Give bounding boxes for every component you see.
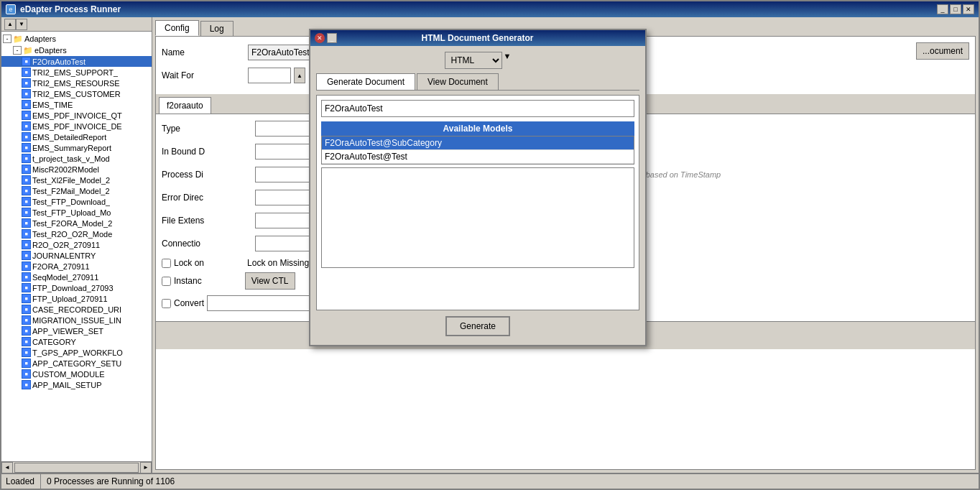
name-label: Name bbox=[162, 47, 248, 57]
close-button[interactable]: ✕ bbox=[963, 4, 974, 14]
sidebar-label-26: CATEGORY bbox=[32, 338, 76, 346]
inner-tab-f2oraauto[interactable]: f2oraauto bbox=[159, 97, 211, 114]
sidebar-label-28: APP_CATEGORY_SETU bbox=[32, 359, 121, 368]
convert-checkbox[interactable] bbox=[162, 299, 171, 308]
sidebar-label-3: TRI2_EMS_CUSTOMER bbox=[32, 90, 121, 98]
sidebar-label-17: R2O_O2R_270911 bbox=[32, 241, 100, 249]
sidebar-item-23[interactable]: ■ CASE_RECORDED_URI bbox=[1, 304, 152, 315]
sidebar-header: ▲ ▼ bbox=[1, 17, 152, 32]
sidebar-item-21[interactable]: ■ FTP_Download_27093 bbox=[1, 282, 152, 293]
file-ext-label: File Extens bbox=[162, 216, 255, 226]
sidebar-item-5[interactable]: ■ EMS_PDF_INVOICE_QT bbox=[1, 110, 152, 121]
lock-on-checkbox[interactable] bbox=[162, 259, 171, 268]
sidebar-label-7: EMS_DetailedReport bbox=[32, 133, 106, 142]
sidebar-item-15[interactable]: ■ Test_F2ORA_Model_2 bbox=[1, 218, 152, 228]
item-icon-27: ■ bbox=[22, 348, 31, 357]
item-icon-19: ■ bbox=[22, 262, 31, 271]
sidebar-item-2[interactable]: ■ TRI2_EMS_RESOURSE bbox=[1, 78, 152, 88]
sidebar-item-6[interactable]: ■ EMS_PDF_INVOICE_DE bbox=[1, 121, 152, 131]
expand-edapters[interactable]: - bbox=[13, 46, 22, 55]
sidebar-item-27[interactable]: ■ T_GPS_APP_WORKFLO bbox=[1, 347, 152, 358]
dialog-close-button[interactable]: ✕ bbox=[315, 33, 325, 43]
status-bar: Loaded 0 Processes are Running of 1106 bbox=[1, 473, 979, 489]
item-icon-11: ■ bbox=[22, 175, 31, 185]
sidebar-item-3[interactable]: ■ TRI2_EMS_CUSTOMER bbox=[1, 88, 152, 99]
sidebar-hscroll: ◄ ► bbox=[1, 461, 152, 473]
dialog-tab-generate[interactable]: Generate Document bbox=[316, 73, 415, 90]
document-textarea[interactable] bbox=[321, 167, 634, 268]
dropdown-arrow-icon: ▼ bbox=[504, 52, 512, 69]
hscroll-right[interactable]: ► bbox=[140, 462, 152, 473]
dialog-tab-view[interactable]: View Document bbox=[417, 73, 499, 90]
sidebar-item-29[interactable]: ■ CUSTOM_MODULE bbox=[1, 369, 152, 379]
instance-checkbox[interactable] bbox=[162, 277, 171, 286]
main-window: e eDapter Process Runner _ □ ✕ ▲ ▼ - 📁 bbox=[0, 0, 980, 490]
sidebar-item-19[interactable]: ■ F2ORA_270911 bbox=[1, 261, 152, 272]
hscroll-left[interactable]: ◄ bbox=[1, 462, 13, 473]
model-item-0[interactable]: F2OraAutoTest@SubCategory bbox=[322, 137, 634, 150]
sidebar-item-13[interactable]: ■ Test_FTP_Download_ bbox=[1, 196, 152, 207]
title-bar-buttons: _ □ ✕ bbox=[937, 4, 974, 14]
dialog-title-text: HTML Document Generator bbox=[422, 33, 534, 43]
tab-log[interactable]: Log bbox=[200, 21, 234, 36]
item-icon-30: ■ bbox=[22, 380, 31, 389]
sidebar-item-7[interactable]: ■ EMS_DetailedReport bbox=[1, 131, 152, 142]
status-message: 0 Processes are Running of 1106 bbox=[47, 476, 175, 486]
sidebar-item-14[interactable]: ■ Test_FTP_Upload_Mo bbox=[1, 207, 152, 218]
sidebar-item-17[interactable]: ■ R2O_O2R_270911 bbox=[1, 239, 152, 250]
format-dropdown[interactable]: HTML bbox=[445, 52, 502, 69]
model-item-1[interactable]: F2OraAutoTest@Test bbox=[322, 150, 634, 164]
sidebar-item-22[interactable]: ■ FTP_Upload_270911 bbox=[1, 293, 152, 304]
maximize-button[interactable]: □ bbox=[950, 4, 961, 14]
expand-adapters[interactable]: - bbox=[3, 34, 11, 43]
item-icon-25: ■ bbox=[22, 326, 31, 336]
status-text: Loaded bbox=[6, 476, 34, 486]
sidebar-item-4[interactable]: ■ EMS_TIME bbox=[1, 99, 152, 110]
sidebar-item-category[interactable]: ■ CATEGORY bbox=[1, 336, 152, 347]
sidebar-item-9[interactable]: ■ t_project_task_v_Mod bbox=[1, 153, 152, 164]
item-icon-17: ■ bbox=[22, 240, 31, 249]
error-dir-label: Error Direc bbox=[162, 193, 255, 203]
sidebar-item-F2OraAutoTest[interactable]: ■ F2OraAutoTest bbox=[1, 56, 152, 67]
dialog-title-btns: ✕ _ bbox=[315, 33, 337, 43]
tab-config[interactable]: Config bbox=[155, 20, 199, 36]
sidebar-item-20[interactable]: ■ SeqModel_270911 bbox=[1, 272, 152, 282]
process-dir-label: Process Di bbox=[162, 170, 255, 180]
wait-for-input[interactable] bbox=[248, 68, 291, 83]
adapters-folder-icon: 📁 bbox=[13, 34, 23, 44]
title-bar: e eDapter Process Runner _ □ ✕ bbox=[1, 1, 979, 17]
sidebar: ▲ ▼ - 📁 Adapters - 📁 eDapters bbox=[1, 17, 152, 473]
sidebar-scroll-up[interactable]: ▲ bbox=[4, 19, 16, 30]
spinner-up[interactable]: ▲ bbox=[294, 68, 305, 83]
sidebar-item-28[interactable]: ■ APP_CATEGORY_SETU bbox=[1, 358, 152, 369]
generate-button[interactable]: Generate bbox=[445, 316, 510, 336]
document-button[interactable]: ...ocument bbox=[916, 42, 969, 60]
sidebar-item-18[interactable]: ■ JOURNALENTRY bbox=[1, 250, 152, 261]
sidebar-item-30[interactable]: ■ APP_MAIL_SETUP bbox=[1, 379, 152, 390]
sidebar-label-13: Test_FTP_Download_ bbox=[32, 198, 110, 206]
item-icon-0: ■ bbox=[22, 57, 31, 66]
sidebar-item-11[interactable]: ■ Test_Xl2File_Model_2 bbox=[1, 175, 152, 185]
sidebar-item-8[interactable]: ■ EMS_SummaryReport bbox=[1, 142, 152, 153]
sidebar-item-10[interactable]: ■ MiscR2002RModel bbox=[1, 164, 152, 175]
sidebar-label-15: Test_F2ORA_Model_2 bbox=[32, 219, 112, 228]
sidebar-tree[interactable]: - 📁 Adapters - 📁 eDapters ■ F2OraAutoTes… bbox=[1, 32, 152, 461]
sidebar-label-29: CUSTOM_MODULE bbox=[32, 370, 105, 379]
sidebar-item-12[interactable]: ■ Test_F2Mail_Model_2 bbox=[1, 185, 152, 196]
sidebar-scroll-down[interactable]: ▼ bbox=[16, 19, 27, 30]
file-ext-input[interactable] bbox=[255, 213, 313, 228]
sidebar-item-16[interactable]: ■ Test_R2O_O2R_Mode bbox=[1, 228, 152, 239]
minimize-button[interactable]: _ bbox=[937, 4, 948, 14]
item-icon-1: ■ bbox=[22, 68, 31, 77]
sidebar-item-25[interactable]: ■ APP_VIEWER_SET bbox=[1, 325, 152, 336]
view-ctl-button[interactable]: View CTL bbox=[245, 272, 295, 290]
sidebar-label-24: MIGRATION_ISSUE_LIN bbox=[32, 316, 121, 325]
model-search-input[interactable] bbox=[321, 100, 634, 117]
sidebar-item-edapters[interactable]: - 📁 eDapters bbox=[1, 45, 152, 56]
sidebar-item-1[interactable]: ■ TRI2_EMS_SUPPORT_ bbox=[1, 67, 152, 78]
sidebar-label-10: MiscR2002RModel bbox=[32, 165, 99, 174]
sidebar-item-adapters-root[interactable]: - 📁 Adapters bbox=[1, 33, 152, 45]
sidebar-label-14: Test_FTP_Upload_Mo bbox=[32, 208, 111, 217]
dialog-minimize-button[interactable]: _ bbox=[327, 33, 337, 43]
sidebar-item-24[interactable]: ■ MIGRATION_ISSUE_LIN bbox=[1, 315, 152, 325]
